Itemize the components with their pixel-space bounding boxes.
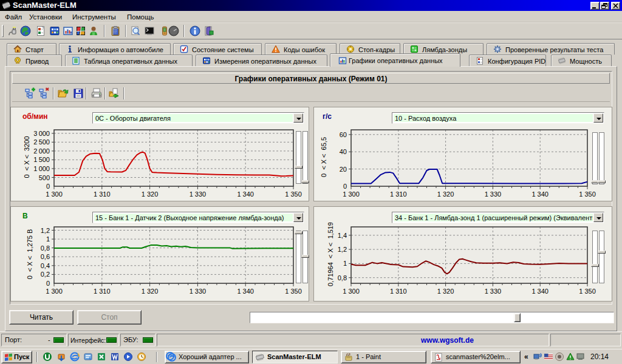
- svg-text:20: 20: [340, 166, 347, 173]
- svg-text:1 340: 1 340: [531, 190, 549, 198]
- svg-text:1 320: 1 320: [142, 190, 159, 198]
- svg-text:1,4: 1,4: [338, 232, 347, 239]
- svg-text:3 000: 3 000: [33, 130, 50, 137]
- svg-text:1 350: 1 350: [579, 288, 596, 295]
- svg-text:1 350: 1 350: [579, 190, 596, 198]
- svg-text:2 000: 2 000: [33, 147, 50, 155]
- svg-text:1 310: 1 310: [390, 190, 407, 198]
- svg-text:1,2: 1,2: [41, 227, 50, 234]
- svg-text:1 330: 1 330: [190, 288, 207, 295]
- svg-text:1 500: 1 500: [33, 156, 50, 163]
- svg-text:0,6: 0,6: [41, 253, 50, 260]
- svg-text:1 310: 1 310: [94, 190, 111, 198]
- svg-text:1 300: 1 300: [343, 288, 360, 295]
- svg-text:0,8: 0,8: [41, 244, 50, 252]
- svg-text:1 330: 1 330: [485, 288, 502, 295]
- svg-text:1 320: 1 320: [437, 190, 454, 198]
- svg-text:1 330: 1 330: [485, 190, 502, 198]
- svg-text:1 340: 1 340: [237, 288, 254, 295]
- svg-text:1: 1: [343, 260, 347, 267]
- svg-text:2 500: 2 500: [33, 138, 50, 146]
- svg-text:1 000: 1 000: [33, 165, 50, 172]
- svg-text:1 340: 1 340: [531, 288, 549, 295]
- svg-text:1 330: 1 330: [190, 190, 207, 198]
- svg-text:0: 0: [46, 183, 50, 190]
- svg-text:1,2: 1,2: [338, 246, 347, 253]
- svg-text:1 300: 1 300: [343, 190, 360, 198]
- svg-text:0,2: 0,2: [41, 271, 50, 278]
- svg-text:1 340: 1 340: [237, 190, 254, 198]
- svg-text:0,4: 0,4: [41, 262, 50, 269]
- svg-text:0: 0: [46, 280, 50, 287]
- svg-text:1 320: 1 320: [437, 288, 454, 295]
- svg-text:1 310: 1 310: [94, 288, 111, 295]
- svg-text:1 350: 1 350: [285, 288, 302, 295]
- svg-text:1 300: 1 300: [46, 190, 63, 198]
- svg-text:1 310: 1 310: [390, 288, 407, 295]
- svg-text:1 350: 1 350: [285, 190, 302, 198]
- svg-text:500: 500: [39, 174, 50, 181]
- svg-text:0: 0: [343, 183, 347, 190]
- svg-text:60: 60: [340, 131, 347, 138]
- svg-text:0,8: 0,8: [338, 274, 347, 281]
- svg-text:1 300: 1 300: [46, 288, 63, 295]
- svg-text:1 320: 1 320: [142, 288, 159, 295]
- svg-text:1: 1: [46, 235, 50, 243]
- svg-text:40: 40: [340, 148, 347, 155]
